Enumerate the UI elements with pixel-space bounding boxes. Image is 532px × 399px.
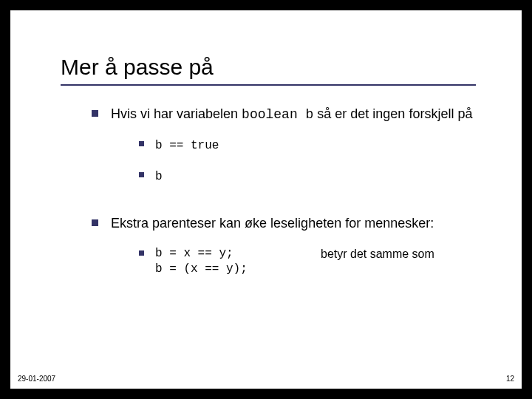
code-block: b = x == y; b = (x == y);: [155, 246, 303, 278]
bullet-text: så er det ingen forskjell på: [313, 106, 472, 121]
bullet-text: Hvis vi har variabelen: [111, 106, 242, 121]
code-text: b == true: [155, 139, 219, 152]
bullet-text: Ekstra parenteser kan øke leseligheten f…: [111, 216, 434, 231]
footer-date: 29-01-2007: [18, 375, 55, 383]
sub-list: b = x == y; b = (x == y); betyr det samm…: [139, 246, 492, 278]
slide: Mer å passe på Hvis vi har variabelen bo…: [10, 10, 522, 389]
slide-content: Hvis vi har variabelen boolean b så er d…: [92, 105, 492, 291]
footer-page-number: 12: [506, 375, 514, 383]
sub-bullet-item: b == true: [139, 137, 492, 154]
sub-list: b == true b: [139, 137, 492, 185]
inline-code: boolean b: [242, 107, 313, 122]
title-underline: [61, 84, 476, 86]
sub-bullet-item: b: [139, 168, 492, 185]
slide-title: Mer å passe på: [61, 55, 214, 80]
sub-bullet-item: b = x == y; b = (x == y); betyr det samm…: [139, 246, 492, 278]
bullet-item: Ekstra parenteser kan øke leseligheten f…: [92, 214, 492, 277]
code-note: betyr det samme som: [303, 246, 434, 262]
bullet-item: Hvis vi har variabelen boolean b så er d…: [92, 105, 492, 185]
code-text: b: [155, 170, 163, 183]
